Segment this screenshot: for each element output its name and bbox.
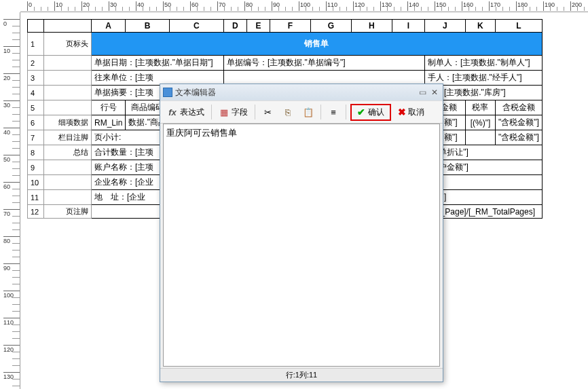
col-header[interactable]: F xyxy=(270,20,310,33)
check-icon: ✔ xyxy=(357,107,365,117)
col-header[interactable]: L xyxy=(495,20,542,33)
col-header[interactable]: G xyxy=(310,20,351,33)
report-cell[interactable]: 制单人：[主项数据."制单人"] xyxy=(424,56,542,71)
dialog-statusbar: 行:1列:11 xyxy=(160,368,443,382)
paste-icon: 📋 xyxy=(303,107,314,117)
cut-icon: ✂ xyxy=(262,107,273,117)
text-editor-dialog: 文本编辑器 ▭ ✕ fx 表达式 ▦ 字段 ✂ ⎘ 📋 ≡ ✔ 确认 ✖ 取消 … xyxy=(160,84,443,382)
editor-textarea[interactable]: 重庆阿可云销售单 xyxy=(163,124,440,367)
report-cell[interactable]: "含税金额"] xyxy=(495,130,542,145)
x-icon: ✖ xyxy=(398,107,406,117)
row-number[interactable]: 12 xyxy=(28,205,44,219)
section-header[interactable] xyxy=(44,100,92,115)
row-number[interactable]: 1 xyxy=(28,33,44,56)
dialog-icon xyxy=(163,88,172,97)
section-header[interactable]: 栏目注脚 xyxy=(44,130,92,145)
section-header[interactable]: 页注脚 xyxy=(44,205,92,219)
close-icon[interactable]: ✕ xyxy=(429,88,440,97)
section-header[interactable]: 页标头 xyxy=(44,33,92,56)
align-icon: ≡ xyxy=(328,107,339,117)
report-cell[interactable]: 税率 xyxy=(465,100,495,115)
section-header[interactable] xyxy=(44,56,92,71)
copy-icon: ⎘ xyxy=(282,107,293,117)
dialog-titlebar[interactable]: 文本编辑器 ▭ ✕ xyxy=(160,84,443,100)
row-number[interactable]: 9 xyxy=(28,160,44,175)
ruler-horizontal: 0102030405060708090100110120130140150160… xyxy=(20,0,588,12)
report-cell[interactable] xyxy=(465,130,495,145)
col-header[interactable]: K xyxy=(465,20,495,33)
report-cell[interactable]: 页小计: xyxy=(92,130,170,145)
field-icon: ▦ xyxy=(219,107,229,117)
col-header[interactable]: A xyxy=(92,20,126,33)
row-number[interactable]: 8 xyxy=(28,145,44,160)
minimize-icon[interactable]: ▭ xyxy=(417,88,428,97)
col-header[interactable]: E xyxy=(246,20,270,33)
report-cell[interactable]: 行号 xyxy=(92,100,126,115)
report-cell[interactable]: 销售单 xyxy=(92,33,543,56)
row-number[interactable]: 7 xyxy=(28,130,44,145)
section-header[interactable] xyxy=(44,190,92,205)
col-header[interactable]: J xyxy=(424,20,465,33)
report-cell[interactable]: RM_Lin xyxy=(92,115,126,130)
align-button[interactable]: ≡ xyxy=(325,105,342,119)
expression-button[interactable]: fx 表达式 xyxy=(164,105,207,119)
section-header[interactable]: 总结 xyxy=(44,145,92,160)
row-number[interactable]: 3 xyxy=(28,71,44,86)
report-cell[interactable]: 单据编号：[主项数据."单据编号"] xyxy=(223,56,424,71)
cut-button[interactable]: ✂ xyxy=(259,105,276,119)
section-header[interactable]: 细项数据 xyxy=(44,115,92,130)
col-header[interactable]: C xyxy=(169,20,223,33)
report-cell[interactable]: [(%)"] xyxy=(465,115,495,130)
col-header[interactable]: I xyxy=(392,20,424,33)
dialog-title-text: 文本编辑器 xyxy=(175,87,216,98)
col-header[interactable]: H xyxy=(351,20,392,33)
row-number[interactable]: 2 xyxy=(28,56,44,71)
section-header[interactable] xyxy=(44,71,92,86)
copy-button[interactable]: ⎘ xyxy=(280,105,296,119)
field-button[interactable]: ▦ 字段 xyxy=(216,105,251,119)
dialog-toolbar: fx 表达式 ▦ 字段 ✂ ⎘ 📋 ≡ ✔ 确认 ✖ 取消 xyxy=(160,100,443,124)
report-cell[interactable]: 单据日期：[主项数据."单据日期"] xyxy=(92,56,224,71)
section-header[interactable] xyxy=(44,175,92,190)
section-header[interactable] xyxy=(44,86,92,100)
report-cell[interactable]: "含税金额"] xyxy=(495,115,542,130)
section-header[interactable] xyxy=(44,160,92,175)
report-cell[interactable]: 含税金额 xyxy=(495,100,542,115)
row-number[interactable]: 6 xyxy=(28,115,44,130)
cancel-button[interactable]: ✖ 取消 xyxy=(395,105,427,119)
col-header[interactable]: B xyxy=(126,20,170,33)
col-header[interactable]: D xyxy=(223,20,246,33)
row-number[interactable]: 10 xyxy=(28,175,44,190)
ruler-vertical: 0102030405060708090100110120130140 xyxy=(0,12,20,389)
row-number[interactable]: 11 xyxy=(28,190,44,205)
row-number[interactable]: 4 xyxy=(28,86,44,100)
paste-button[interactable]: 📋 xyxy=(300,105,316,119)
row-number[interactable]: 5 xyxy=(28,100,44,115)
fx-icon: fx xyxy=(167,107,178,117)
confirm-button[interactable]: ✔ 确认 xyxy=(350,104,391,121)
